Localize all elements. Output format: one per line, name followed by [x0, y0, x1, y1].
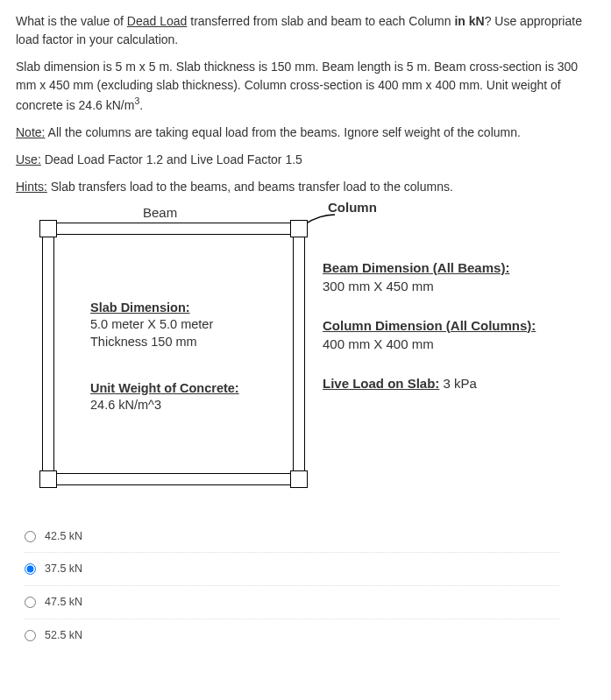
text: Slab transfers load to the beams, and be…	[47, 180, 453, 194]
underline-note: Note:	[16, 125, 45, 139]
underline-dead-load: Dead Load	[127, 14, 188, 28]
question-p2: Slab dimension is 5 m x 5 m. Slab thickn…	[16, 58, 595, 115]
choice-1[interactable]: 42.5 kN	[25, 520, 559, 554]
choice-4-label: 52.5 kN	[45, 627, 82, 644]
slab-dim-value1: 5.0 meter X 5.0 meter	[90, 316, 213, 334]
radio-choice-1[interactable]	[25, 531, 36, 542]
column-tl	[39, 220, 57, 237]
slab-info: Slab Dimension: 5.0 meter X 5.0 meter Th…	[90, 300, 213, 351]
column-dim-value: 400 mm X 400 mm	[323, 335, 536, 353]
question-p1: What is the value of Dead Load transferr…	[16, 12, 595, 49]
figure: Beam Slab Dimension: 5.0 meter X 5.0 met…	[42, 223, 595, 485]
beam-dim-heading: Beam Dimension (All Beams):	[323, 258, 536, 277]
column-dim-block: Column Dimension (All Columns): 400 mm X…	[323, 316, 536, 353]
choice-3-label: 47.5 kN	[45, 594, 82, 611]
underline-hints: Hints:	[16, 180, 47, 194]
live-load-heading: Live Load on Slab:	[323, 376, 439, 391]
radio-choice-2[interactable]	[25, 563, 36, 575]
text: Dead Load Factor 1.2 and Live Load Facto…	[41, 152, 302, 166]
unit-weight-info: Unit Weight of Concrete: 24.6 kN/m^3	[90, 380, 239, 414]
text: .	[139, 98, 143, 112]
choice-2[interactable]: 37.5 kN	[25, 553, 559, 586]
beam-left	[42, 223, 54, 485]
radio-choice-3[interactable]	[25, 597, 36, 608]
side-labels: Column Beam Dimension (All Beams): 300 m…	[323, 223, 536, 414]
unit-weight-value: 24.6 kN/m^3	[90, 397, 239, 414]
column-tr	[290, 220, 308, 237]
column-dim-heading: Column Dimension (All Columns):	[323, 316, 536, 335]
beam-dim-block: Beam Dimension (All Beams): 300 mm X 450…	[323, 258, 536, 295]
slab-dim-heading: Slab Dimension:	[90, 300, 213, 317]
question-p4: Use: Dead Load Factor 1.2 and Live Load …	[16, 151, 595, 169]
slab-dim-value2: Thickness 150 mm	[90, 334, 213, 351]
question-p5: Hints: Slab transfers load to the beams,…	[16, 178, 595, 196]
beam-top	[42, 223, 305, 235]
beam-label: Beam	[143, 203, 177, 223]
live-load-value: 3 kPa	[439, 376, 477, 391]
choice-3[interactable]: 47.5 kN	[25, 586, 559, 619]
text: transferred from slab and beam to each C…	[187, 14, 454, 28]
column-label: Column	[328, 198, 541, 216]
beam-bottom	[42, 473, 305, 485]
beam-right	[293, 223, 305, 485]
text: What is the value of	[16, 14, 127, 28]
column-br	[290, 470, 308, 488]
plan-view: Beam Slab Dimension: 5.0 meter X 5.0 met…	[42, 223, 305, 485]
choice-4[interactable]: 52.5 kN	[25, 619, 559, 652]
beam-dim-value: 300 mm X 450 mm	[323, 277, 536, 295]
answer-choices: 42.5 kN 37.5 kN 47.5 kN 52.5 kN	[25, 520, 595, 652]
text: Slab dimension is 5 m x 5 m. Slab thickn…	[16, 60, 578, 112]
bold-in-kn: in kN	[454, 14, 484, 28]
live-load-block: Live Load on Slab: 3 kPa	[323, 374, 536, 392]
question-p3: Note: All the columns are taking equal l…	[16, 124, 595, 142]
underline-use: Use:	[16, 152, 41, 166]
radio-choice-4[interactable]	[25, 630, 36, 641]
question-text: What is the value of Dead Load transferr…	[16, 12, 595, 196]
column-bl	[39, 470, 57, 488]
unit-weight-heading: Unit Weight of Concrete:	[90, 380, 239, 398]
choice-2-label: 37.5 kN	[45, 561, 82, 577]
choice-1-label: 42.5 kN	[45, 528, 82, 545]
text: All the columns are taking equal load fr…	[45, 125, 520, 139]
